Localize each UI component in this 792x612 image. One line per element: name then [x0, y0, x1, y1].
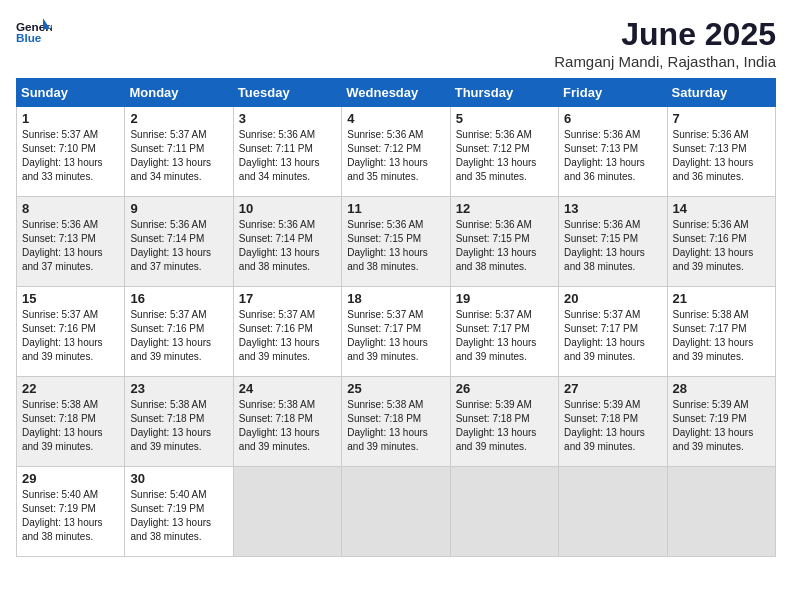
- svg-text:Blue: Blue: [16, 31, 42, 44]
- day-info: Sunrise: 5:36 AM Sunset: 7:13 PM Dayligh…: [22, 218, 119, 274]
- day-info: Sunrise: 5:36 AM Sunset: 7:16 PM Dayligh…: [673, 218, 770, 274]
- day-number: 28: [673, 381, 770, 396]
- calendar-cell: 26Sunrise: 5:39 AM Sunset: 7:18 PM Dayli…: [450, 377, 558, 467]
- title-area: June 2025 Ramganj Mandi, Rajasthan, Indi…: [554, 16, 776, 70]
- day-info: Sunrise: 5:37 AM Sunset: 7:17 PM Dayligh…: [456, 308, 553, 364]
- week-row-5: 29Sunrise: 5:40 AM Sunset: 7:19 PM Dayli…: [17, 467, 776, 557]
- calendar-cell: 9Sunrise: 5:36 AM Sunset: 7:14 PM Daylig…: [125, 197, 233, 287]
- day-info: Sunrise: 5:36 AM Sunset: 7:15 PM Dayligh…: [347, 218, 444, 274]
- col-tuesday: Tuesday: [233, 79, 341, 107]
- calendar-cell: 4Sunrise: 5:36 AM Sunset: 7:12 PM Daylig…: [342, 107, 450, 197]
- day-number: 12: [456, 201, 553, 216]
- day-info: Sunrise: 5:37 AM Sunset: 7:16 PM Dayligh…: [22, 308, 119, 364]
- calendar-subtitle: Ramganj Mandi, Rajasthan, India: [554, 53, 776, 70]
- day-number: 14: [673, 201, 770, 216]
- calendar-cell: 1Sunrise: 5:37 AM Sunset: 7:10 PM Daylig…: [17, 107, 125, 197]
- calendar-cell: 21Sunrise: 5:38 AM Sunset: 7:17 PM Dayli…: [667, 287, 775, 377]
- calendar-cell: 13Sunrise: 5:36 AM Sunset: 7:15 PM Dayli…: [559, 197, 667, 287]
- col-thursday: Thursday: [450, 79, 558, 107]
- day-number: 22: [22, 381, 119, 396]
- calendar-cell: 14Sunrise: 5:36 AM Sunset: 7:16 PM Dayli…: [667, 197, 775, 287]
- page-header: General Blue June 2025 Ramganj Mandi, Ra…: [16, 16, 776, 70]
- day-info: Sunrise: 5:36 AM Sunset: 7:12 PM Dayligh…: [456, 128, 553, 184]
- calendar-cell: 24Sunrise: 5:38 AM Sunset: 7:18 PM Dayli…: [233, 377, 341, 467]
- day-info: Sunrise: 5:39 AM Sunset: 7:19 PM Dayligh…: [673, 398, 770, 454]
- day-number: 8: [22, 201, 119, 216]
- day-info: Sunrise: 5:36 AM Sunset: 7:14 PM Dayligh…: [239, 218, 336, 274]
- calendar-cell: 20Sunrise: 5:37 AM Sunset: 7:17 PM Dayli…: [559, 287, 667, 377]
- calendar-cell: 7Sunrise: 5:36 AM Sunset: 7:13 PM Daylig…: [667, 107, 775, 197]
- calendar-table: Sunday Monday Tuesday Wednesday Thursday…: [16, 78, 776, 557]
- day-info: Sunrise: 5:36 AM Sunset: 7:15 PM Dayligh…: [564, 218, 661, 274]
- calendar-cell: 25Sunrise: 5:38 AM Sunset: 7:18 PM Dayli…: [342, 377, 450, 467]
- day-number: 19: [456, 291, 553, 306]
- calendar-cell: [233, 467, 341, 557]
- calendar-cell: 8Sunrise: 5:36 AM Sunset: 7:13 PM Daylig…: [17, 197, 125, 287]
- day-number: 17: [239, 291, 336, 306]
- day-info: Sunrise: 5:37 AM Sunset: 7:10 PM Dayligh…: [22, 128, 119, 184]
- week-row-1: 1Sunrise: 5:37 AM Sunset: 7:10 PM Daylig…: [17, 107, 776, 197]
- day-number: 5: [456, 111, 553, 126]
- day-info: Sunrise: 5:38 AM Sunset: 7:18 PM Dayligh…: [239, 398, 336, 454]
- day-number: 25: [347, 381, 444, 396]
- col-monday: Monday: [125, 79, 233, 107]
- day-number: 24: [239, 381, 336, 396]
- calendar-header-row: Sunday Monday Tuesday Wednesday Thursday…: [17, 79, 776, 107]
- calendar-cell: 11Sunrise: 5:36 AM Sunset: 7:15 PM Dayli…: [342, 197, 450, 287]
- day-info: Sunrise: 5:39 AM Sunset: 7:18 PM Dayligh…: [456, 398, 553, 454]
- logo: General Blue: [16, 16, 52, 44]
- calendar-cell: 2Sunrise: 5:37 AM Sunset: 7:11 PM Daylig…: [125, 107, 233, 197]
- day-info: Sunrise: 5:38 AM Sunset: 7:18 PM Dayligh…: [130, 398, 227, 454]
- day-info: Sunrise: 5:36 AM Sunset: 7:13 PM Dayligh…: [673, 128, 770, 184]
- day-number: 16: [130, 291, 227, 306]
- day-number: 20: [564, 291, 661, 306]
- day-number: 11: [347, 201, 444, 216]
- day-number: 2: [130, 111, 227, 126]
- calendar-title: June 2025: [554, 16, 776, 53]
- calendar-cell: [667, 467, 775, 557]
- logo-icon: General Blue: [16, 16, 52, 44]
- calendar-cell: 12Sunrise: 5:36 AM Sunset: 7:15 PM Dayli…: [450, 197, 558, 287]
- day-info: Sunrise: 5:36 AM Sunset: 7:13 PM Dayligh…: [564, 128, 661, 184]
- calendar-cell: 17Sunrise: 5:37 AM Sunset: 7:16 PM Dayli…: [233, 287, 341, 377]
- day-info: Sunrise: 5:36 AM Sunset: 7:14 PM Dayligh…: [130, 218, 227, 274]
- day-number: 13: [564, 201, 661, 216]
- col-friday: Friday: [559, 79, 667, 107]
- day-info: Sunrise: 5:40 AM Sunset: 7:19 PM Dayligh…: [130, 488, 227, 544]
- day-number: 10: [239, 201, 336, 216]
- day-info: Sunrise: 5:37 AM Sunset: 7:17 PM Dayligh…: [347, 308, 444, 364]
- day-number: 21: [673, 291, 770, 306]
- calendar-cell: 19Sunrise: 5:37 AM Sunset: 7:17 PM Dayli…: [450, 287, 558, 377]
- day-number: 1: [22, 111, 119, 126]
- day-number: 9: [130, 201, 227, 216]
- day-info: Sunrise: 5:36 AM Sunset: 7:12 PM Dayligh…: [347, 128, 444, 184]
- calendar-cell: 18Sunrise: 5:37 AM Sunset: 7:17 PM Dayli…: [342, 287, 450, 377]
- calendar-cell: 3Sunrise: 5:36 AM Sunset: 7:11 PM Daylig…: [233, 107, 341, 197]
- day-number: 18: [347, 291, 444, 306]
- day-number: 7: [673, 111, 770, 126]
- day-number: 29: [22, 471, 119, 486]
- day-info: Sunrise: 5:38 AM Sunset: 7:17 PM Dayligh…: [673, 308, 770, 364]
- day-info: Sunrise: 5:38 AM Sunset: 7:18 PM Dayligh…: [347, 398, 444, 454]
- calendar-cell: 27Sunrise: 5:39 AM Sunset: 7:18 PM Dayli…: [559, 377, 667, 467]
- day-info: Sunrise: 5:40 AM Sunset: 7:19 PM Dayligh…: [22, 488, 119, 544]
- col-saturday: Saturday: [667, 79, 775, 107]
- calendar-cell: 5Sunrise: 5:36 AM Sunset: 7:12 PM Daylig…: [450, 107, 558, 197]
- week-row-3: 15Sunrise: 5:37 AM Sunset: 7:16 PM Dayli…: [17, 287, 776, 377]
- day-info: Sunrise: 5:37 AM Sunset: 7:16 PM Dayligh…: [130, 308, 227, 364]
- day-number: 23: [130, 381, 227, 396]
- day-number: 6: [564, 111, 661, 126]
- day-info: Sunrise: 5:37 AM Sunset: 7:16 PM Dayligh…: [239, 308, 336, 364]
- week-row-4: 22Sunrise: 5:38 AM Sunset: 7:18 PM Dayli…: [17, 377, 776, 467]
- calendar-cell: 30Sunrise: 5:40 AM Sunset: 7:19 PM Dayli…: [125, 467, 233, 557]
- day-number: 26: [456, 381, 553, 396]
- calendar-cell: 28Sunrise: 5:39 AM Sunset: 7:19 PM Dayli…: [667, 377, 775, 467]
- day-number: 4: [347, 111, 444, 126]
- calendar-cell: 10Sunrise: 5:36 AM Sunset: 7:14 PM Dayli…: [233, 197, 341, 287]
- calendar-cell: 22Sunrise: 5:38 AM Sunset: 7:18 PM Dayli…: [17, 377, 125, 467]
- calendar-cell: 16Sunrise: 5:37 AM Sunset: 7:16 PM Dayli…: [125, 287, 233, 377]
- day-info: Sunrise: 5:36 AM Sunset: 7:15 PM Dayligh…: [456, 218, 553, 274]
- col-wednesday: Wednesday: [342, 79, 450, 107]
- calendar-cell: 6Sunrise: 5:36 AM Sunset: 7:13 PM Daylig…: [559, 107, 667, 197]
- day-info: Sunrise: 5:37 AM Sunset: 7:17 PM Dayligh…: [564, 308, 661, 364]
